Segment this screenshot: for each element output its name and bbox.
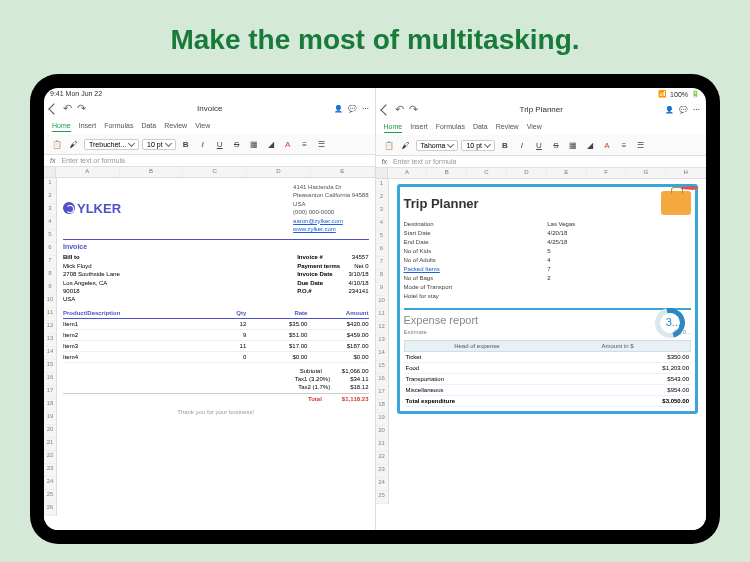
share-icon[interactable]: 👤 [334, 105, 343, 113]
right-pane: 📶 100% 🔋 ↶ ↷ Trip Planner 👤 💬 ⋯ Home Ins… [376, 88, 707, 530]
expense-total: Total expenditure$3,050.00 [404, 396, 692, 407]
email-link[interactable]: aaron@zylker.com [293, 218, 343, 224]
items-list: Item112$35.00$420.00Item29$51.00$459.00I… [63, 319, 369, 363]
strike-button[interactable]: S [549, 138, 563, 152]
text-color-icon[interactable]: A [281, 137, 295, 151]
tab-insert[interactable]: Insert [410, 121, 428, 133]
trip-field[interactable]: No of Adults4 [404, 255, 692, 264]
bold-button[interactable]: B [179, 137, 193, 151]
battery-icon: 🔋 [691, 90, 700, 98]
tab-home[interactable]: Home [384, 121, 403, 133]
trip-field[interactable]: Hotel for stay [404, 291, 692, 300]
spreadsheet[interactable]: ABCDEFGH 1234567891011121314151617181920… [376, 168, 707, 530]
undo-icon[interactable]: ↶ [395, 103, 404, 116]
tablet-frame: 9:41 Mon Jun 22 ↶ ↷ Invoice 👤 💬 ⋯ Home I… [30, 74, 720, 544]
expense-row[interactable]: Food$1,203.00 [404, 363, 692, 374]
text-color-icon[interactable]: A [600, 138, 614, 152]
expense-row[interactable]: Ticket$350.00 [404, 352, 692, 363]
redo-icon[interactable]: ↷ [409, 103, 418, 116]
tab-data[interactable]: Data [141, 120, 156, 132]
paste-icon[interactable]: 📋 [382, 138, 396, 152]
trip-field[interactable]: No of Bags2 [404, 273, 692, 282]
ribbon-tabs: Home Insert Formulas Data Review View [376, 119, 707, 135]
paint-icon[interactable]: 🖌 [399, 138, 413, 152]
tab-formulas[interactable]: Formulas [436, 121, 465, 133]
spreadsheet[interactable]: ABCDE 1234567891011121314151617181920212… [44, 167, 375, 530]
tab-view[interactable]: View [195, 120, 210, 132]
more-icon[interactable]: ⋯ [362, 105, 369, 113]
formula-bar[interactable]: fx Enter text or formula [44, 155, 375, 167]
logo-icon [63, 202, 75, 214]
table-row[interactable]: Item40$0.00$0.00 [63, 352, 369, 363]
paste-icon[interactable]: 📋 [50, 137, 64, 151]
more-icon[interactable]: ⋯ [693, 106, 700, 114]
col-headers: ABCDEFGH [376, 168, 707, 179]
trip-field[interactable]: Start Date4/20/18 [404, 228, 692, 237]
font-select[interactable]: Tahoma [416, 140, 459, 151]
invoice-meta: Invoice #34557Payment termsNet 0Invoice … [297, 253, 368, 303]
menu-icon[interactable]: ☰ [315, 137, 329, 151]
row-headers: 1234567891011121314151617181920212223242… [44, 178, 57, 516]
trip-field[interactable]: Packed Items7 [404, 264, 692, 273]
plane-icon [681, 183, 699, 193]
font-select[interactable]: Trebuchet... [84, 139, 139, 150]
undo-icon[interactable]: ↶ [63, 102, 72, 115]
share-icon[interactable]: 👤 [665, 106, 674, 114]
tab-formulas[interactable]: Formulas [104, 120, 133, 132]
trip-field[interactable]: End Date4/25/18 [404, 237, 692, 246]
menu-icon[interactable]: ☰ [634, 138, 648, 152]
fx-input[interactable]: Enter text or formula [393, 158, 456, 165]
trip-field[interactable]: DestinationLas Vegas [404, 219, 692, 228]
border-icon[interactable]: ▦ [247, 137, 261, 151]
tab-data[interactable]: Data [473, 121, 488, 133]
expense-row[interactable]: Miscellaneous$954.00 [404, 385, 692, 396]
invoice-heading: Invoice [63, 239, 369, 250]
sheet-content[interactable]: Trip Planner DestinationLas VegasStart D… [389, 179, 707, 504]
trip-field[interactable]: No of Kids5 [404, 246, 692, 255]
comment-icon[interactable]: 💬 [348, 105, 357, 113]
sheet-content[interactable]: YLKER 4141 Hacienda DrPleasanton Califor… [57, 178, 375, 516]
tab-insert[interactable]: Insert [79, 120, 97, 132]
company-address: 4141 Hacienda DrPleasanton California 94… [293, 183, 368, 233]
italic-button[interactable]: I [196, 137, 210, 151]
table-row[interactable]: Item311$17.00$187.00 [63, 341, 369, 352]
screen: 9:41 Mon Jun 22 ↶ ↷ Invoice 👤 💬 ⋯ Home I… [44, 88, 706, 530]
trip-field[interactable]: Mode of Transport [404, 282, 692, 291]
row-headers: 1234567891011121314151617181920212223242… [376, 179, 389, 504]
table-row[interactable]: Item29$51.00$459.00 [63, 330, 369, 341]
redo-icon[interactable]: ↷ [77, 102, 86, 115]
underline-button[interactable]: U [532, 138, 546, 152]
website-link[interactable]: www.zylker.com [293, 226, 336, 232]
underline-button[interactable]: U [213, 137, 227, 151]
tab-review[interactable]: Review [164, 120, 187, 132]
table-row[interactable]: Item112$35.00$420.00 [63, 319, 369, 330]
bold-button[interactable]: B [498, 138, 512, 152]
fill-icon[interactable]: ◢ [264, 137, 278, 151]
status-date: Mon Jun 22 [66, 90, 103, 97]
wifi-icon: 📶 [658, 90, 667, 98]
align-icon[interactable]: ≡ [298, 137, 312, 151]
thanks-text: Thank you for your business! [63, 409, 369, 415]
fill-icon[interactable]: ◢ [583, 138, 597, 152]
formula-bar[interactable]: fx Enter text or formula [376, 156, 707, 168]
back-icon[interactable] [48, 103, 59, 114]
back-icon[interactable] [380, 104, 391, 115]
comment-icon[interactable]: 💬 [679, 106, 688, 114]
doc-title: Trip Planner [424, 105, 660, 114]
ring-value: 3... [666, 316, 681, 328]
strike-button[interactable]: S [230, 137, 244, 151]
border-icon[interactable]: ▦ [566, 138, 580, 152]
tab-review[interactable]: Review [496, 121, 519, 133]
tab-home[interactable]: Home [52, 120, 71, 132]
align-icon[interactable]: ≡ [617, 138, 631, 152]
italic-button[interactable]: I [515, 138, 529, 152]
fx-input[interactable]: Enter text or formula [61, 157, 124, 164]
size-select[interactable]: 10 pt [461, 140, 495, 151]
expense-row[interactable]: Transportation$543.00 [404, 374, 692, 385]
status-time: 9:41 [50, 90, 64, 97]
size-select[interactable]: 10 pt [142, 139, 176, 150]
status-bar: 9:41 Mon Jun 22 [44, 88, 375, 99]
ribbon-tabs: Home Insert Formulas Data Review View [44, 118, 375, 134]
paint-icon[interactable]: 🖌 [67, 137, 81, 151]
tab-view[interactable]: View [527, 121, 542, 133]
